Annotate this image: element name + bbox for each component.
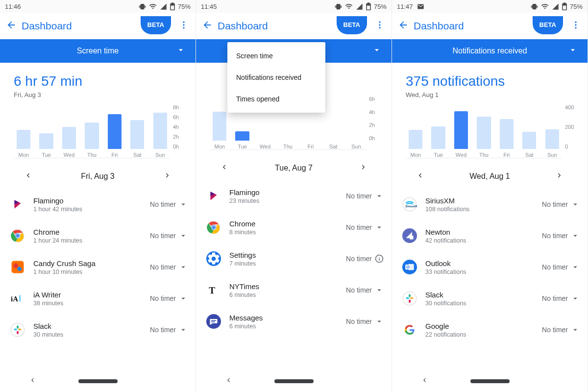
prev-day-button[interactable] (416, 171, 424, 182)
app-row[interactable]: Slack30 notificationsNo timer (401, 283, 583, 314)
timer-cell[interactable]: No timer (150, 200, 188, 209)
bar-label: Sun (547, 152, 557, 158)
app-row[interactable]: Messages6 minutesNo timer (205, 306, 387, 337)
back-icon[interactable] (202, 20, 213, 32)
app-meta: iA Writer38 minutes (33, 291, 150, 307)
timer-cell[interactable]: No timer (542, 325, 580, 334)
bar-col[interactable]: Tue (36, 133, 56, 158)
overflow-menu-icon[interactable] (568, 17, 584, 35)
y-tick: 6h (369, 96, 383, 102)
bar-col[interactable]: Mon (210, 112, 229, 149)
prev-day-button[interactable] (24, 171, 32, 182)
bar-col[interactable]: Sun (346, 141, 366, 149)
bar-label: Sun (155, 152, 165, 158)
app-row[interactable]: Flamingo1 hour 42 minutesNo timer (9, 189, 191, 220)
bar-col[interactable]: Fri (301, 141, 320, 149)
metric-selector[interactable]: Notifications received (392, 39, 588, 63)
app-sub: 6 minutes (229, 323, 346, 330)
timer-cell[interactable]: No timer (346, 223, 384, 232)
app-row[interactable]: iAiA Writer38 minutesNo timer (9, 283, 191, 314)
metric-selector[interactable]: Screen time (0, 39, 196, 63)
app-row[interactable]: Slack30 minutesNo timer (9, 314, 191, 345)
timer-cell[interactable]: No timer (346, 192, 384, 200)
nav-back-icon[interactable] (28, 376, 36, 386)
app-row[interactable]: OOutlook33 notificationsNo timer (401, 251, 583, 283)
timer-cell[interactable]: No timer (150, 294, 188, 303)
bar-col[interactable]: Sat (519, 132, 539, 158)
timer-cell[interactable]: No timer (150, 325, 188, 334)
nav-back-icon[interactable] (224, 376, 232, 386)
timer-cell[interactable]: No timer (542, 263, 580, 271)
timer-cell[interactable]: No timer (150, 231, 188, 240)
overflow-menu-icon[interactable] (372, 17, 388, 35)
chart[interactable]: MonTueWedThuFriSatSun8h6h4h2h0h (0, 100, 196, 158)
bar-col[interactable]: Thu (278, 141, 297, 149)
app-row[interactable]: Settings7 minutesNo timer (205, 243, 387, 274)
app-header: Dashboard BETA (0, 13, 196, 39)
battery-icon (562, 2, 567, 10)
bar-col[interactable]: Tue (232, 131, 252, 149)
bar-col[interactable]: Mon (406, 130, 425, 158)
bar-label: Tue (434, 152, 443, 158)
timer-cell[interactable]: No timer (542, 231, 580, 240)
timer-cell[interactable]: No timer (150, 263, 188, 271)
bar-col[interactable]: Thu (474, 117, 493, 158)
app-icon-nytimes: T (205, 281, 222, 299)
app-row[interactable]: TNYTimes6 minutesNo timer (205, 274, 387, 306)
next-day-button[interactable] (359, 163, 368, 173)
app-sub: 108 notifications (425, 206, 542, 213)
prev-day-button[interactable] (220, 163, 228, 173)
dropdown-item-notifications[interactable]: Notifications received (227, 67, 325, 88)
next-day-button[interactable] (163, 171, 172, 182)
dropdown-caret-icon (375, 192, 384, 200)
bar-col[interactable]: Wed (255, 141, 275, 149)
app-sub: 30 notifications (425, 300, 542, 307)
bar-col[interactable]: Sat (127, 120, 147, 158)
app-row[interactable]: Chrome1 hour 24 minutesNo timer (9, 220, 191, 251)
nav-back-icon[interactable] (420, 376, 428, 386)
dropdown-caret-icon (571, 325, 580, 334)
metric-selector-label: Screen time (77, 47, 119, 55)
app-row[interactable]: Chrome8 minutesNo timer (205, 212, 387, 243)
app-meta: Chrome8 minutes (229, 220, 346, 236)
app-row[interactable]: Candy Crush Saga1 hour 10 minutesNo time… (9, 251, 191, 283)
timer-cell[interactable]: No timer (346, 286, 384, 294)
dropdown-item-times-opened[interactable]: Times opened (227, 88, 325, 110)
bar-col[interactable]: Sat (323, 141, 343, 149)
y-tick: 8h (173, 104, 187, 110)
timer-cell[interactable]: No timer (542, 200, 580, 209)
timer-cell[interactable]: No timer (346, 254, 384, 263)
no-timer-label: No timer (542, 200, 568, 208)
dropdown-item-screen-time[interactable]: Screen time (227, 45, 325, 67)
back-icon[interactable] (6, 20, 17, 32)
app-row[interactable]: Google22 notificationsNo timer (401, 314, 583, 345)
app-row[interactable]: SiriusXMSiriusXM108 notificationsNo time… (401, 189, 583, 220)
timer-cell[interactable]: No timer (542, 294, 580, 303)
bar-col[interactable]: Wed (59, 127, 79, 158)
no-timer-label: No timer (150, 200, 176, 208)
chart[interactable]: MonTueWedThuFriSatSun4002000 (392, 100, 588, 158)
nav-home-pill[interactable] (274, 379, 314, 383)
bar-col[interactable]: Fri (497, 119, 516, 158)
nav-home-pill[interactable] (470, 379, 510, 383)
bar-col[interactable]: Fri (105, 114, 124, 158)
svg-point-11 (13, 264, 18, 269)
next-day-button[interactable] (555, 171, 564, 182)
nav-home-pill[interactable] (78, 379, 118, 383)
bar-label: Thu (87, 152, 97, 158)
bar-label: Sat (525, 152, 534, 158)
back-icon[interactable] (398, 20, 409, 32)
overflow-menu-icon[interactable] (176, 17, 192, 35)
y-tick: 4h (173, 124, 187, 130)
y-axis: 8h6h4h2h0h (170, 104, 187, 158)
bar-col[interactable]: Wed (451, 111, 471, 158)
app-row[interactable]: Newton42 notificationsNo timer (401, 220, 583, 251)
bar-col[interactable]: Tue (428, 126, 448, 158)
app-row[interactable]: Flamingo23 minutesNo timer (205, 180, 387, 212)
bar-col[interactable]: Thu (82, 122, 101, 158)
timer-cell[interactable]: No timer (346, 317, 384, 326)
bar-col[interactable]: Sun (150, 113, 170, 158)
app-name: Flamingo (229, 188, 346, 196)
bar-col[interactable]: Sun (542, 129, 562, 158)
bar-col[interactable]: Mon (14, 130, 33, 158)
